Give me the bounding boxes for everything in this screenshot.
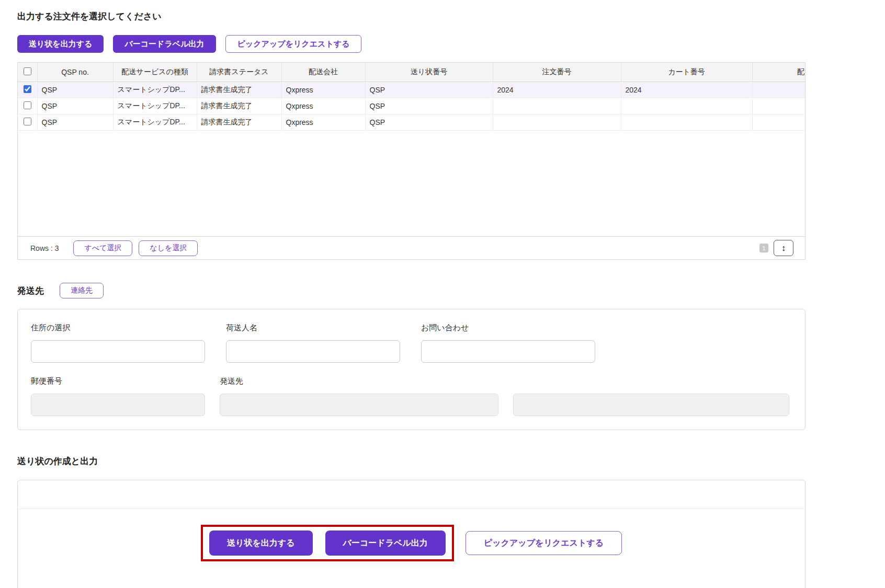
- cell-tracking-no: QSP: [365, 114, 493, 130]
- shipper-panel: 住所の選択 荷送人名 お問い合わせ 郵便番号 発送先: [17, 309, 805, 430]
- highlight-annotation-box: 送り状を出力する バーコードラベル出力: [201, 525, 454, 561]
- cell-service-type: スマートシップDP...: [113, 82, 197, 98]
- output-actions: 送り状を出力する バーコードラベル出力 ピックアップをリクエストする: [18, 525, 805, 561]
- select-all-button[interactable]: すべて選択: [73, 240, 132, 256]
- orders-table-scroll-area[interactable]: QSP no. 配送サービスの種類 請求書ステータス 配送会社 送り状番号 注文…: [18, 63, 805, 236]
- cell-extra: [752, 114, 805, 130]
- cell-carrier: Qxpress: [281, 98, 365, 114]
- select-none-button[interactable]: なしを選択: [139, 240, 198, 256]
- cell-qsp-no: QSP: [37, 114, 113, 130]
- select-all-checkbox[interactable]: [24, 67, 31, 75]
- cell-order-no: [493, 114, 621, 130]
- shipper-name-label: 荷送人名: [226, 323, 400, 333]
- cell-qsp-no: QSP: [37, 98, 113, 114]
- rows-count-label: Rows : 3: [30, 244, 59, 252]
- header-cell-select: [18, 63, 37, 82]
- cell-tracking-no: QSP: [365, 98, 493, 114]
- header-cell-tracking-no: 送り状番号: [365, 63, 493, 82]
- page-number-badge: 1: [759, 244, 768, 252]
- row-select-cell: [18, 98, 37, 114]
- cell-invoice-status: 請求書生成完了: [197, 82, 281, 98]
- page: 出力する注文件を選択してください 送り状を出力する バーコードラベル出力 ピック…: [0, 0, 885, 588]
- header-cell-service-type: 配送サービスの種類: [113, 63, 197, 82]
- cell-service-type: スマートシップDP...: [113, 98, 197, 114]
- contact-button[interactable]: 連絡先: [60, 283, 104, 298]
- cell-invoice-status: 請求書生成完了: [197, 98, 281, 114]
- address-select-label: 住所の選択: [31, 323, 205, 333]
- postal-code-label: 郵便番号: [31, 376, 205, 386]
- cell-order-no: 2024: [493, 82, 621, 98]
- inquiry-label: お問い合わせ: [421, 323, 595, 333]
- ship-from-label: 発送先: [220, 376, 498, 386]
- shipper-heading: 発送先: [17, 285, 44, 297]
- table-row[interactable]: QSP スマートシップDP... 請求書生成完了 Qxpress QSP: [18, 98, 805, 114]
- top-toolbar: 送り状を出力する バーコードラベル出力 ピックアップをリクエストする: [17, 35, 805, 53]
- request-pickup-button[interactable]: ピックアップをリクエストする: [225, 35, 362, 53]
- cell-extra: [752, 98, 805, 114]
- cell-cart-no: [621, 114, 752, 130]
- ship-from-input: [220, 394, 498, 416]
- cell-order-no: [493, 98, 621, 114]
- orders-table: QSP no. 配送サービスの種類 請求書ステータス 配送会社 送り状番号 注文…: [17, 62, 805, 260]
- print-invoice-button[interactable]: 送り状を出力する: [17, 35, 104, 53]
- request-pickup-button-bottom[interactable]: ピックアップをリクエストする: [466, 531, 622, 555]
- table-footer: Rows : 3 すべて選択 なしを選択 1 ↕: [18, 236, 805, 259]
- barcode-label-button[interactable]: バーコードラベル出力: [113, 35, 215, 53]
- row-checkbox[interactable]: [24, 85, 31, 93]
- cell-service-type: スマートシップDP...: [113, 114, 197, 130]
- cell-cart-no: [621, 98, 752, 114]
- shipper-name-input[interactable]: [226, 340, 400, 363]
- postal-code-input: [31, 394, 205, 416]
- print-invoice-button-bottom[interactable]: 送り状を出力する: [209, 531, 313, 556]
- cell-qsp-no: QSP: [37, 82, 113, 98]
- table-row[interactable]: QSP スマートシップDP... 請求書生成完了 Qxpress QSP 202…: [18, 82, 805, 98]
- cell-invoice-status: 請求書生成完了: [197, 114, 281, 130]
- header-cell-order-no: 注文番号: [493, 63, 621, 82]
- output-panel: 送り状を出力する バーコードラベル出力 ピックアップをリクエストする: [17, 480, 805, 588]
- header-cell-carrier: 配送会社: [281, 63, 365, 82]
- shipper-form-row-2: 郵便番号 発送先: [31, 376, 792, 416]
- barcode-label-button-bottom[interactable]: バーコードラベル出力: [325, 531, 446, 556]
- row-checkbox[interactable]: [24, 101, 31, 109]
- resize-table-button[interactable]: ↕: [774, 240, 793, 256]
- address-select-input[interactable]: [31, 340, 205, 363]
- resize-vertical-icon: ↕: [781, 244, 786, 253]
- header-cell-clipped: 配: [752, 63, 805, 82]
- cell-tracking-no: QSP: [365, 82, 493, 98]
- shipper-form-row-1: 住所の選択 荷送人名 お問い合わせ: [31, 323, 792, 363]
- row-checkbox[interactable]: [24, 118, 31, 125]
- cell-extra: [752, 82, 805, 98]
- row-select-cell: [18, 114, 37, 130]
- row-select-cell: [18, 82, 37, 98]
- cell-cart-no: 2024: [621, 82, 752, 98]
- inquiry-input[interactable]: [421, 340, 595, 363]
- cell-carrier: Qxpress: [281, 114, 365, 130]
- shipper-section-head: 発送先 連絡先: [17, 283, 805, 298]
- ship-from-detail-input: [513, 394, 789, 416]
- cell-carrier: Qxpress: [281, 82, 365, 98]
- page-title: 出力する注文件を選択してください: [17, 10, 805, 22]
- table-header-row: QSP no. 配送サービスの種類 請求書ステータス 配送会社 送り状番号 注文…: [18, 63, 805, 82]
- table-row[interactable]: QSP スマートシップDP... 請求書生成完了 Qxpress QSP: [18, 114, 805, 130]
- output-section-heading: 送り状の作成と出力: [17, 455, 805, 467]
- header-cell-cart-no: カート番号: [621, 63, 752, 82]
- header-cell-invoice-status: 請求書ステータス: [197, 63, 281, 82]
- header-cell-qsp-no: QSP no.: [37, 63, 113, 82]
- output-panel-divider: [18, 480, 805, 509]
